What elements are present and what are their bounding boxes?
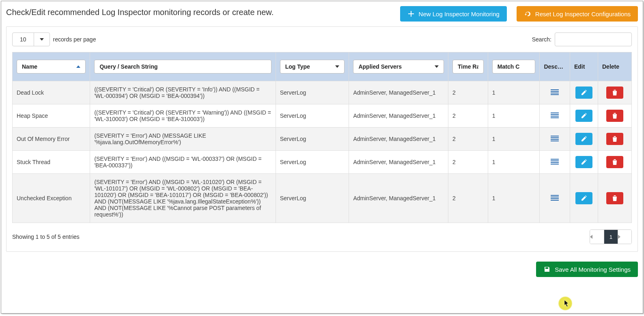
col-matchcount-label: Match C bbox=[498, 63, 519, 70]
col-header-query[interactable]: Query / Search String bbox=[90, 52, 276, 81]
svg-rect-0 bbox=[551, 89, 559, 90]
edit-button[interactable] bbox=[575, 110, 592, 122]
svg-rect-18 bbox=[551, 198, 559, 199]
cell-matchcount: 1 bbox=[488, 128, 540, 151]
cell-servers: AdminServer, ManagedServer_1 bbox=[349, 174, 448, 223]
description-icon[interactable] bbox=[551, 113, 559, 118]
pager-page-1[interactable]: 1 bbox=[604, 230, 618, 244]
svg-rect-9 bbox=[551, 137, 559, 138]
cell-matchcount: 1 bbox=[488, 104, 540, 128]
svg-rect-17 bbox=[551, 197, 559, 197]
cell-servers: AdminServer, ManagedServer_1 bbox=[349, 128, 448, 151]
entries-info: Showing 1 to 5 of 5 entries bbox=[12, 234, 80, 240]
col-header-servers[interactable]: Applied Servers bbox=[349, 52, 448, 81]
svg-rect-2 bbox=[551, 93, 559, 93]
cell-edit bbox=[570, 174, 598, 223]
pager-next[interactable] bbox=[618, 230, 631, 244]
col-timerange-label: Time Ra bbox=[458, 63, 478, 70]
cell-query: (SEVERITY = 'Error') AND ((MSGID = 'WL-1… bbox=[90, 174, 276, 223]
cell-timerange: 2 bbox=[448, 128, 488, 151]
delete-button[interactable] bbox=[606, 156, 623, 168]
chevron-down-icon bbox=[34, 35, 50, 44]
save-all-label: Save All Monitoring Settings bbox=[555, 266, 631, 273]
delete-button[interactable] bbox=[606, 133, 623, 145]
svg-rect-11 bbox=[551, 141, 559, 141]
cell-query: ((SEVERITY = 'Critical') OR (SEVERITY = … bbox=[90, 81, 276, 104]
cell-logtype: ServerLog bbox=[276, 151, 349, 174]
svg-rect-1 bbox=[551, 91, 559, 92]
delete-button[interactable] bbox=[606, 110, 623, 122]
delete-button[interactable] bbox=[606, 87, 623, 99]
edit-button[interactable] bbox=[575, 133, 592, 145]
page-size-select[interactable]: 10 bbox=[12, 32, 50, 46]
cell-logtype: ServerLog bbox=[276, 128, 349, 151]
col-header-logtype[interactable]: Log Type bbox=[276, 52, 349, 81]
svg-rect-7 bbox=[551, 117, 559, 118]
cell-timerange: 2 bbox=[448, 81, 488, 104]
cell-logtype: ServerLog bbox=[276, 104, 349, 128]
save-icon bbox=[543, 266, 551, 273]
svg-rect-14 bbox=[551, 162, 559, 163]
reset-configurations-button[interactable]: Reset Log Inspector Configurations bbox=[517, 6, 638, 22]
cell-servers: AdminServer, ManagedServer_1 bbox=[349, 151, 448, 174]
svg-rect-16 bbox=[551, 195, 559, 196]
search-input[interactable] bbox=[555, 32, 632, 46]
cell-name: Stuck Thread bbox=[13, 151, 90, 174]
monitoring-table: Name Query / Search String Log Type bbox=[12, 52, 632, 223]
cell-delete bbox=[598, 104, 632, 128]
cell-desc bbox=[540, 128, 570, 151]
col-query-label: Query / Search String bbox=[99, 63, 157, 70]
cell-matchcount: 1 bbox=[488, 174, 540, 223]
svg-rect-19 bbox=[551, 200, 559, 201]
pagination: 1 bbox=[590, 229, 632, 244]
cell-matchcount: 1 bbox=[488, 81, 540, 104]
col-header-desc: Desc… bbox=[540, 52, 570, 81]
edit-button[interactable] bbox=[575, 87, 592, 99]
svg-rect-13 bbox=[551, 160, 559, 161]
table-row: Unchecked Exception (SEVERITY = 'Error')… bbox=[13, 174, 632, 223]
table-panel: 10 records per page Search: bbox=[6, 26, 638, 252]
new-monitoring-button[interactable]: New Log Inspector Monitoring bbox=[400, 6, 507, 22]
description-icon[interactable] bbox=[551, 89, 559, 95]
svg-rect-3 bbox=[551, 94, 559, 95]
description-icon[interactable] bbox=[551, 159, 559, 164]
col-header-timerange[interactable]: Time Ra bbox=[448, 52, 488, 81]
chevron-down-icon bbox=[335, 65, 339, 68]
search-label: Search: bbox=[532, 36, 551, 43]
save-all-button[interactable]: Save All Monitoring Settings bbox=[536, 262, 638, 277]
svg-rect-12 bbox=[551, 159, 559, 160]
table-row: Stuck Thread (SEVERITY = 'Error') AND ((… bbox=[13, 151, 632, 174]
cell-desc bbox=[540, 81, 570, 104]
edit-button[interactable] bbox=[575, 156, 592, 168]
col-logtype-label: Log Type bbox=[285, 63, 310, 70]
cell-servers: AdminServer, ManagedServer_1 bbox=[349, 104, 448, 128]
cell-edit bbox=[570, 151, 598, 174]
cell-desc bbox=[540, 174, 570, 223]
chevron-down-icon bbox=[435, 65, 439, 68]
svg-rect-8 bbox=[551, 136, 559, 136]
col-header-name[interactable]: Name bbox=[13, 52, 90, 81]
col-header-matchcount[interactable]: Match C bbox=[488, 52, 540, 81]
cell-name: Heap Space bbox=[13, 104, 90, 128]
edit-button[interactable] bbox=[575, 192, 592, 204]
pager-prev[interactable] bbox=[590, 230, 604, 244]
table-row: Dead Lock ((SEVERITY = 'Critical') OR (S… bbox=[13, 81, 632, 104]
delete-button[interactable] bbox=[606, 192, 623, 204]
svg-rect-15 bbox=[551, 164, 559, 164]
cell-desc bbox=[540, 151, 570, 174]
svg-rect-4 bbox=[551, 113, 559, 113]
plus-icon bbox=[407, 10, 415, 17]
cell-timerange: 2 bbox=[448, 174, 488, 223]
cell-timerange: 2 bbox=[448, 151, 488, 174]
records-per-page-label: records per page bbox=[53, 36, 96, 43]
svg-rect-6 bbox=[551, 116, 559, 117]
cell-query: (SEVERITY = 'Error') AND ((MSGID = 'WL-0… bbox=[90, 151, 276, 174]
description-icon[interactable] bbox=[551, 136, 559, 141]
description-icon[interactable] bbox=[551, 195, 559, 201]
cell-name: Dead Lock bbox=[13, 81, 90, 104]
svg-rect-10 bbox=[551, 139, 559, 140]
cell-delete bbox=[598, 81, 632, 104]
page-title: Check/Edit recommended Log Inspector mon… bbox=[6, 6, 274, 17]
cell-delete bbox=[598, 128, 632, 151]
cell-name: Unchecked Exception bbox=[13, 174, 90, 223]
